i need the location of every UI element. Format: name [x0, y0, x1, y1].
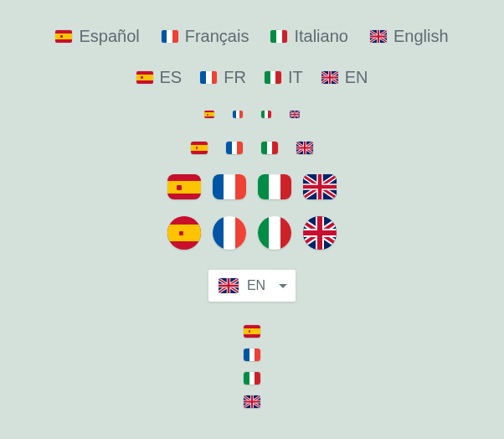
lang-code-fr[interactable]: FR [200, 68, 246, 87]
language-code-row: ES FR IT EN [136, 68, 368, 87]
france-flag-icon [162, 30, 178, 43]
uk-flag-icon[interactable] [244, 395, 260, 408]
france-flag-icon[interactable] [213, 216, 246, 250]
lang-label: Français [185, 27, 249, 46]
lang-option-it[interactable]: Italiano [270, 27, 348, 46]
lang-option-fr[interactable]: Français [162, 27, 249, 46]
lang-option-en[interactable]: English [370, 27, 449, 46]
france-flag-icon[interactable] [233, 111, 243, 118]
france-flag-icon [200, 71, 217, 84]
uk-flag-icon [321, 71, 338, 84]
uk-flag-icon[interactable] [303, 174, 337, 199]
lang-code-es[interactable]: ES [136, 68, 183, 87]
italy-flag-icon[interactable] [261, 142, 278, 154]
spain-flag-icon[interactable] [204, 111, 214, 118]
lang-code: EN [345, 68, 368, 87]
italy-flag-icon [270, 30, 287, 43]
lang-code: ES [160, 68, 183, 87]
flag-circle-row [167, 216, 337, 250]
france-flag-icon[interactable] [213, 174, 246, 199]
italy-flag-icon[interactable] [261, 111, 271, 118]
lang-option-es[interactable]: Español [55, 27, 139, 46]
italy-flag-icon [265, 71, 281, 84]
lang-code-it[interactable]: IT [265, 68, 303, 87]
uk-flag-icon[interactable] [290, 111, 300, 118]
spain-flag-icon[interactable] [191, 142, 208, 154]
flag-lg-row [167, 174, 337, 199]
lang-label: Español [79, 27, 139, 46]
flag-sm-row [191, 142, 313, 154]
spain-flag-icon [55, 30, 72, 43]
italy-flag-icon[interactable] [244, 372, 260, 385]
uk-flag-icon [370, 30, 387, 43]
flag-vertical-list [244, 325, 260, 408]
dropdown-selected-code: EN [247, 278, 265, 293]
spain-flag-icon[interactable] [167, 216, 201, 250]
flag-xs-row [204, 111, 300, 118]
lang-code: IT [288, 68, 303, 87]
france-flag-icon[interactable] [226, 142, 243, 154]
italy-flag-icon[interactable] [258, 174, 291, 199]
lang-code-en[interactable]: EN [321, 68, 368, 87]
france-flag-icon[interactable] [244, 349, 260, 361]
lang-label: Italiano [294, 27, 348, 46]
language-label-row: Español Français Italiano English [55, 27, 448, 46]
lang-code: FR [224, 68, 246, 87]
italy-flag-icon[interactable] [258, 216, 291, 250]
uk-flag-icon[interactable] [296, 142, 313, 154]
language-dropdown[interactable]: EN [208, 270, 296, 302]
spain-flag-icon [136, 71, 153, 84]
lang-label: English [393, 27, 449, 46]
spain-flag-icon[interactable] [244, 325, 260, 338]
chevron-down-icon [279, 284, 287, 288]
spain-flag-icon[interactable] [167, 174, 201, 199]
uk-flag-icon [219, 278, 239, 293]
uk-flag-icon[interactable] [303, 216, 337, 250]
